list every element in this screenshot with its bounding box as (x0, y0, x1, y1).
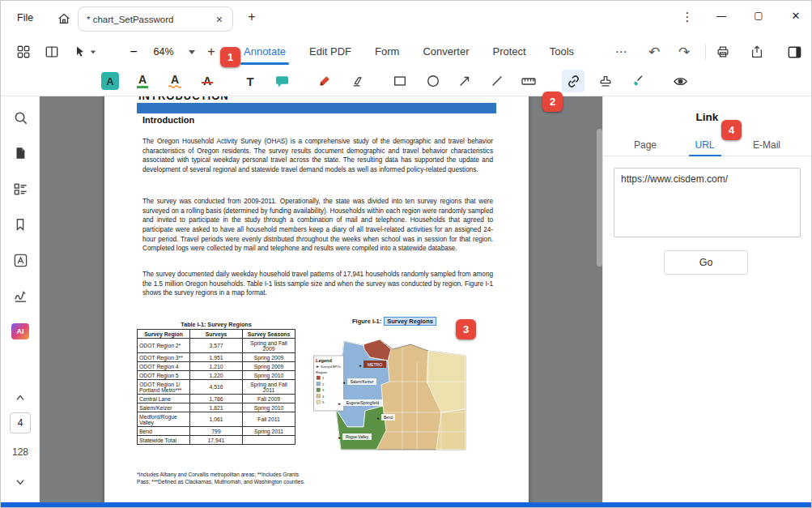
annotations-panel-button[interactable] (9, 249, 32, 271)
eraser-tool[interactable] (346, 70, 368, 92)
squiggly-tool[interactable]: A (164, 70, 186, 92)
redo-icon[interactable]: ↷ (673, 41, 695, 63)
grid-view-button[interactable] (12, 41, 35, 63)
document-tab[interactable]: * chart_SetPassword × (78, 6, 233, 32)
brush-tool[interactable] (627, 70, 649, 92)
highlight-icon: A (101, 72, 119, 90)
tab-converter[interactable]: Converter (423, 37, 469, 66)
bookmark-icon (13, 217, 28, 232)
table-row: Salem/Keizer1,821Spring 2010 (138, 403, 295, 412)
chevron-up-icon (14, 391, 27, 404)
rectangle-icon (393, 74, 407, 88)
search-button[interactable] (9, 106, 32, 129)
survey-table: Survey Region Surveys Survey Seasons ODO… (137, 329, 295, 445)
pencil-tool[interactable] (313, 70, 336, 92)
oregon-map-figure: Legend ★ Survey'd MPOs Region 1 2 3 4 (313, 328, 471, 462)
new-tab-button[interactable]: + (243, 10, 261, 24)
page-thumbnails-icon (13, 146, 28, 160)
annotate-toolbar: A A A A T (1, 66, 811, 96)
tab-edit-pdf[interactable]: Edit PDF (309, 37, 351, 66)
text-icon: T (246, 75, 253, 88)
step-badge-4: 4 (721, 120, 742, 140)
map-label-salem: Salem/Keizer (351, 380, 374, 384)
col-header: Surveys (190, 330, 243, 339)
signature-panel-button[interactable] (9, 284, 32, 307)
stamp-icon (598, 74, 613, 88)
split-view-button[interactable] (40, 41, 63, 63)
highlight-tool[interactable]: A (99, 70, 121, 92)
link-panel: Link Page URL E-Mail https://www.cisdem.… (602, 96, 811, 502)
pages-panel-button[interactable] (9, 142, 32, 164)
figure-caption: Figure I-1: Survey Regions (352, 317, 436, 326)
doc-section-heading: INTRODUCTION (138, 96, 229, 102)
minimize-button[interactable]: — (710, 11, 733, 22)
step-badge-2: 2 (542, 92, 563, 112)
export-button[interactable] (746, 41, 768, 63)
split-view-icon (45, 45, 59, 59)
go-button[interactable]: Go (664, 250, 748, 275)
signature-icon (13, 288, 28, 304)
underline-tool[interactable]: A (131, 70, 154, 92)
rectangle-tool[interactable] (389, 70, 411, 92)
document-scrollbar[interactable] (597, 129, 602, 267)
legend-region-label: Region (316, 370, 327, 374)
close-button[interactable]: ✕ (784, 10, 807, 22)
figure-caption-link-selection[interactable]: Survey Regions (384, 317, 436, 326)
more-options-icon[interactable]: ⋯ (610, 41, 632, 63)
zoom-in-button[interactable]: + (200, 41, 223, 63)
svg-text:★: ★ (359, 364, 362, 368)
previous-page-button[interactable] (9, 386, 32, 409)
document-viewport[interactable]: INTRODUCTION Introduction The Oregon Hou… (40, 96, 604, 502)
strikethrough-tool[interactable]: A (196, 70, 219, 92)
current-page-input[interactable]: 4 (10, 412, 31, 433)
undo-icon[interactable]: ↶ (643, 41, 665, 63)
comment-tool[interactable] (270, 70, 293, 92)
link-tab-page[interactable]: Page (634, 134, 657, 156)
bookmarks-panel-button[interactable] (9, 213, 32, 236)
print-button[interactable] (712, 41, 734, 63)
legend-mpo-label: Survey'd MPOs (321, 365, 341, 369)
outline-panel-button[interactable] (9, 177, 32, 200)
toggle-right-panel-button[interactable] (783, 41, 806, 63)
arrow-icon (457, 74, 472, 88)
view-annotations-tool[interactable] (669, 70, 691, 92)
url-input[interactable]: https://www.cisdem.com/ (614, 168, 801, 237)
table-row: Statewide Total17,941 (138, 436, 295, 445)
home-icon (57, 11, 71, 26)
tab-annotate[interactable]: Annotate (244, 37, 286, 66)
eye-icon (673, 74, 688, 89)
zoom-level[interactable]: 64% (147, 46, 181, 58)
table-row: ODOT Region 1/ Portland Metro***4,516Spr… (138, 380, 295, 395)
tab-close-icon[interactable]: × (215, 13, 224, 26)
next-page-button[interactable] (9, 471, 32, 493)
svg-text:★: ★ (338, 402, 341, 406)
link-tab-url[interactable]: URL (695, 134, 715, 156)
zoom-out-button[interactable]: − (122, 41, 145, 63)
file-menu[interactable]: File (17, 12, 33, 23)
cursor-dropdown-icon[interactable] (91, 50, 96, 53)
tab-tools[interactable]: Tools (550, 37, 574, 66)
maximize-button[interactable]: ▢ (747, 10, 770, 21)
select-tool[interactable] (70, 41, 100, 63)
main-toolbar: − 64% + Annotate Edit PDF Form Converter… (1, 37, 811, 66)
ellipse-tool[interactable] (422, 70, 444, 92)
heading-highlight-bar (137, 103, 496, 113)
measure-tool[interactable] (517, 70, 540, 92)
figure-caption-prefix: Figure I-1: (352, 318, 381, 325)
line-tool[interactable] (486, 70, 508, 92)
link-tab-email[interactable]: E-Mail (753, 134, 780, 156)
tab-protect[interactable]: Protect (492, 37, 525, 66)
link-tool[interactable] (562, 70, 585, 92)
kebab-menu-icon[interactable]: ⋮ (679, 10, 695, 24)
table-header-row: Survey Region Surveys Survey Seasons (138, 330, 295, 339)
chevron-down-icon (189, 50, 195, 54)
home-button[interactable] (53, 8, 75, 29)
tab-form[interactable]: Form (375, 37, 399, 66)
stamp-tool[interactable] (594, 70, 617, 92)
body-area: AI 4 128 INTRODUCTION Introduction The O… (1, 96, 811, 502)
title-bar: File * chart_SetPassword × + ⋮ — ▢ ✕ (1, 1, 811, 37)
annotation-letter-icon (13, 253, 28, 268)
arrow-tool[interactable] (453, 70, 476, 92)
ai-panel-button[interactable]: AI (9, 320, 32, 343)
text-tool[interactable]: T (239, 70, 261, 92)
